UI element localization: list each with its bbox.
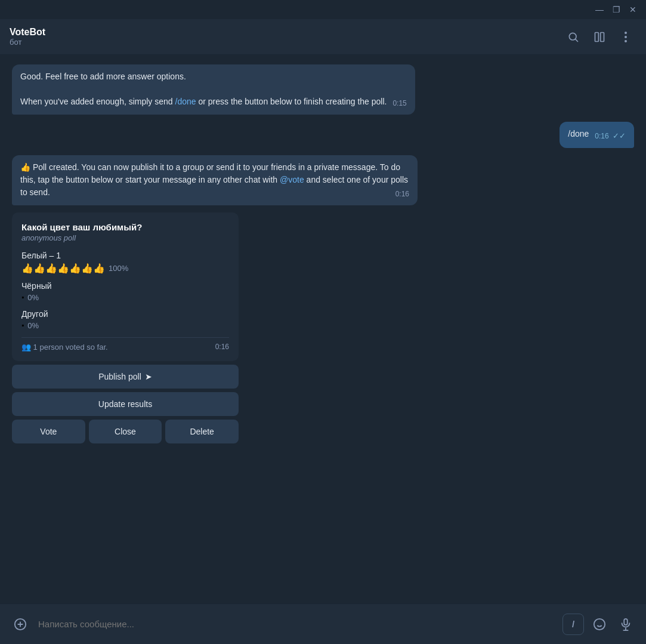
- message-row: /done 0:16 ✓✓: [12, 122, 634, 148]
- poll-question: Какой цвет ваш любимый?: [21, 222, 229, 232]
- voice-button[interactable]: [615, 614, 636, 635]
- read-receipts: ✓✓: [613, 131, 626, 140]
- command-button[interactable]: /: [562, 614, 584, 635]
- message-time: 0:16: [395, 189, 409, 199]
- svg-point-4: [625, 32, 627, 34]
- message-row: 👍 Poll created. You can now publish it t…: [12, 155, 634, 205]
- svg-point-0: [569, 33, 576, 40]
- attach-button[interactable]: [10, 614, 31, 635]
- header-actions: [562, 26, 636, 48]
- more-button[interactable]: [615, 26, 636, 48]
- incoming-bubble: 👍 Poll created. You can now publish it t…: [12, 155, 418, 205]
- publish-label: Publish poll: [98, 372, 141, 381]
- layout-button[interactable]: [589, 26, 610, 48]
- titlebar: — ❐ ✕: [0, 0, 646, 19]
- minimize-button[interactable]: —: [591, 1, 608, 18]
- vote-button[interactable]: Vote: [12, 420, 85, 443]
- poll-option: Белый – 1 👍👍👍👍👍👍👍 100%: [21, 251, 229, 274]
- svg-point-10: [594, 618, 605, 629]
- poll-row: Какой цвет ваш любимый? anonymous poll Б…: [12, 212, 634, 443]
- poll-bar-row: 👍👍👍👍👍👍👍 100%: [21, 263, 229, 274]
- delete-label: Delete: [190, 427, 214, 436]
- search-button[interactable]: [562, 26, 584, 48]
- chat-header: VoteBot бот: [0, 19, 646, 55]
- poll-percent: 0%: [27, 293, 39, 302]
- svg-rect-2: [595, 32, 599, 41]
- poll-btn-row: Vote Close Delete: [12, 420, 239, 443]
- svg-point-6: [625, 40, 627, 42]
- message-text: /done: [568, 129, 589, 138]
- poll-option: Чёрный ▪ 0%: [21, 281, 229, 302]
- svg-point-5: [625, 36, 627, 38]
- poll-option-name: Другой: [21, 309, 229, 319]
- svg-rect-3: [601, 32, 604, 41]
- maximize-button[interactable]: ❐: [608, 1, 625, 18]
- close-label: Close: [115, 427, 136, 436]
- poll-option: Другой ▪ 0%: [21, 309, 229, 330]
- update-label: Update results: [98, 399, 152, 409]
- poll-type: anonymous poll: [21, 233, 229, 242]
- command-icon: /: [572, 619, 574, 629]
- message-input[interactable]: [38, 619, 555, 629]
- poll-bar-row: ▪ 0%: [21, 321, 229, 330]
- poll-option-name: Белый – 1: [21, 251, 229, 260]
- poll-votes-text: 👥 1 person voted so far.: [21, 343, 108, 352]
- poll-bar: ▪: [21, 321, 24, 329]
- chat-area: Good. Feel free to add more answer optio…: [0, 55, 646, 603]
- chat-info: VoteBot бот: [10, 27, 562, 47]
- poll-card: Какой цвет ваш любимый? anonymous poll Б…: [12, 212, 239, 361]
- poll-bar: ▪: [21, 293, 24, 301]
- poll-percent: 100%: [109, 264, 128, 273]
- poll-bar-row: ▪ 0%: [21, 293, 229, 302]
- svg-rect-13: [624, 618, 628, 624]
- send-icon: ➤: [145, 372, 152, 381]
- close-poll-button[interactable]: Close: [89, 420, 162, 443]
- chat-status: бот: [10, 38, 562, 47]
- poll-bar: 👍👍👍👍👍👍👍: [21, 263, 105, 274]
- chat-input-area: /: [0, 603, 646, 644]
- svg-line-1: [576, 39, 578, 41]
- message-row: Good. Feel free to add more answer optio…: [12, 64, 634, 115]
- poll-percent: 0%: [27, 321, 39, 330]
- message-time: 0:15: [392, 98, 406, 109]
- input-right-buttons: /: [562, 614, 636, 635]
- vote-label: Vote: [40, 427, 57, 436]
- update-results-button[interactable]: Update results: [12, 392, 239, 416]
- outgoing-bubble: /done 0:16 ✓✓: [560, 122, 634, 148]
- close-button[interactable]: ✕: [625, 1, 641, 18]
- delete-poll-button[interactable]: Delete: [165, 420, 239, 443]
- message-time: 0:16 ✓✓: [595, 130, 626, 142]
- emoji-button[interactable]: [589, 614, 610, 635]
- poll-option-name: Чёрный: [21, 281, 229, 291]
- vote-link[interactable]: @vote: [280, 175, 304, 184]
- poll-time: 0:16: [215, 343, 229, 351]
- chat-name: VoteBot: [10, 27, 562, 38]
- publish-poll-button[interactable]: Publish poll ➤: [12, 365, 239, 389]
- poll-votes-row: 👥 1 person voted so far. 0:16: [21, 337, 229, 352]
- incoming-bubble: Good. Feel free to add more answer optio…: [12, 64, 415, 115]
- poll-action-buttons: Publish poll ➤ Update results Vote Close…: [12, 365, 239, 443]
- done-link[interactable]: /done: [175, 97, 196, 106]
